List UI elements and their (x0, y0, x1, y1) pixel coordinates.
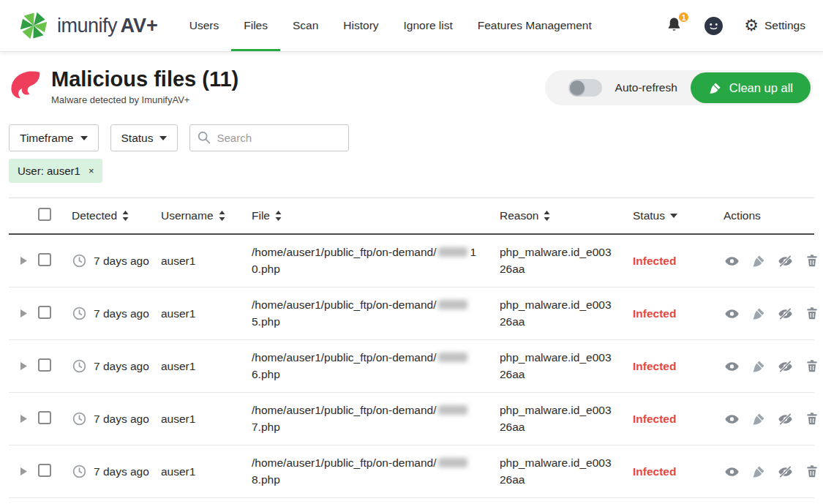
table-header-row: Detected Username File Reason Status Act… (9, 198, 814, 235)
clock-icon (72, 306, 87, 321)
ignore-file-icon[interactable] (777, 254, 794, 268)
reason-value: php_malware.id_e00326aa (500, 456, 612, 485)
malicious-files-table: Detected Username File Reason Status Act… (9, 198, 814, 498)
top-navbar: imunify AV+ UsersFilesScanHistoryIgnore … (0, 0, 823, 51)
ignore-file-icon[interactable] (777, 464, 794, 479)
brand-name: imunify (57, 15, 117, 37)
clean-brush-icon (708, 81, 722, 95)
redacted-filename-segment (438, 458, 467, 467)
timeframe-label: Timeframe (20, 132, 74, 145)
delete-file-icon[interactable] (805, 358, 819, 374)
page-title: Malicious files (11) (51, 67, 238, 91)
nav-item-features-management[interactable]: Features Management (465, 0, 604, 51)
nav-item-users[interactable]: Users (177, 0, 231, 51)
column-label: Actions (724, 209, 761, 222)
column-label: Username (161, 209, 214, 222)
username-value: auser1 (161, 307, 195, 320)
clean-file-icon[interactable] (751, 359, 766, 374)
page-header: Malicious files (11) Malware detected by… (0, 51, 823, 105)
notifications-bell-icon[interactable]: 1 (666, 16, 683, 35)
view-file-icon[interactable] (724, 306, 740, 321)
timeframe-dropdown[interactable]: Timeframe (9, 124, 99, 151)
row-checkbox[interactable] (38, 411, 51, 424)
expand-row-icon[interactable] (20, 309, 27, 317)
row-checkbox[interactable] (38, 464, 51, 477)
status-dropdown[interactable]: Status (110, 124, 178, 151)
imunify-logo-icon (18, 10, 50, 42)
ignore-file-icon[interactable] (777, 412, 794, 426)
main-nav: UsersFilesScanHistoryIgnore listFeatures… (177, 0, 604, 51)
navbar-right: 1 ⚙ Settings (666, 0, 805, 51)
user-filter-tag-label: User: auser1 (18, 165, 80, 177)
file-path: /home/auser1/public_ftp/on-demand/6.php (252, 350, 500, 383)
search-box (189, 124, 349, 151)
username-value: auser1 (161, 255, 195, 267)
row-checkbox[interactable] (38, 358, 51, 372)
notification-badge: 1 (677, 11, 690, 23)
table-row: 7 days ago auser1 /home/auser1/public_ft… (9, 340, 814, 393)
table-body: 7 days ago auser1 /home/auser1/public_ft… (9, 235, 814, 498)
clean-file-icon[interactable] (751, 412, 766, 426)
view-file-icon[interactable] (724, 359, 740, 374)
expand-row-icon[interactable] (20, 467, 27, 475)
status-badge: Infected (633, 413, 676, 425)
delete-file-icon[interactable] (805, 411, 819, 426)
user-filter-tag[interactable]: User: auser1 × (9, 159, 102, 183)
search-input[interactable] (189, 124, 349, 151)
column-label: File (252, 209, 270, 222)
column-header-status[interactable]: Status (633, 209, 719, 222)
delete-file-icon[interactable] (805, 253, 819, 268)
brand-logo[interactable]: imunify AV+ (18, 0, 158, 51)
expand-row-icon[interactable] (20, 257, 27, 265)
column-header-detected[interactable]: Detected (72, 209, 161, 222)
support-chat-icon[interactable] (704, 16, 724, 36)
clean-up-all-button[interactable]: Clean up all (691, 72, 811, 103)
column-header-actions: Actions (719, 209, 814, 222)
column-label: Status (633, 209, 665, 222)
username-value: auser1 (161, 465, 195, 478)
view-file-icon[interactable] (724, 464, 740, 479)
filters-section: Timeframe Status User: auser1 × (0, 105, 823, 183)
clean-file-icon[interactable] (751, 464, 766, 479)
redacted-filename-segment (438, 405, 467, 415)
status-badge: Infected (633, 307, 676, 320)
table-row: 7 days ago auser1 /home/auser1/public_ft… (9, 445, 814, 498)
clean-file-icon[interactable] (751, 306, 766, 321)
column-header-reason[interactable]: Reason (500, 209, 633, 222)
detected-value: 7 days ago (94, 255, 149, 268)
view-file-icon[interactable] (724, 254, 740, 268)
column-header-file[interactable]: File (252, 209, 500, 222)
detected-value: 7 days ago (94, 413, 149, 426)
delete-file-icon[interactable] (805, 464, 819, 479)
view-file-icon[interactable] (724, 412, 740, 426)
auto-refresh-toggle[interactable] (568, 79, 602, 97)
expand-row-icon[interactable] (20, 362, 27, 370)
column-header-username[interactable]: Username (161, 209, 252, 222)
clock-icon (72, 411, 87, 426)
table-row: 7 days ago auser1 /home/auser1/public_ft… (9, 393, 814, 445)
status-filter-label: Status (121, 132, 154, 145)
column-label: Detected (72, 209, 117, 222)
table-row: 7 days ago auser1 /home/auser1/public_ft… (9, 287, 814, 340)
row-checkbox[interactable] (38, 306, 51, 319)
expand-row-icon[interactable] (20, 415, 27, 423)
row-checkbox[interactable] (38, 253, 51, 266)
clean-file-icon[interactable] (751, 254, 766, 268)
nav-item-files[interactable]: Files (231, 0, 280, 51)
select-all-checkbox[interactable] (38, 208, 51, 221)
ignore-file-icon[interactable] (777, 306, 794, 321)
remove-filter-icon[interactable]: × (89, 165, 94, 176)
ignore-file-icon[interactable] (777, 359, 794, 374)
sort-icon (122, 211, 129, 221)
detected-value: 7 days ago (94, 307, 149, 320)
delete-file-icon[interactable] (805, 306, 819, 321)
settings-button[interactable]: ⚙ Settings (744, 18, 805, 34)
nav-item-history[interactable]: History (331, 0, 391, 51)
file-path: /home/auser1/public_ftp/on-demand/7.php (252, 402, 500, 435)
brand-suffix: AV+ (120, 15, 157, 37)
file-path: /home/auser1/public_ftp/on-demand/5.php (252, 297, 500, 330)
reason-value: php_malware.id_e00326aa (500, 246, 612, 274)
nav-item-scan[interactable]: Scan (280, 0, 331, 51)
nav-item-ignore-list[interactable]: Ignore list (391, 0, 465, 51)
username-value: auser1 (161, 360, 195, 372)
